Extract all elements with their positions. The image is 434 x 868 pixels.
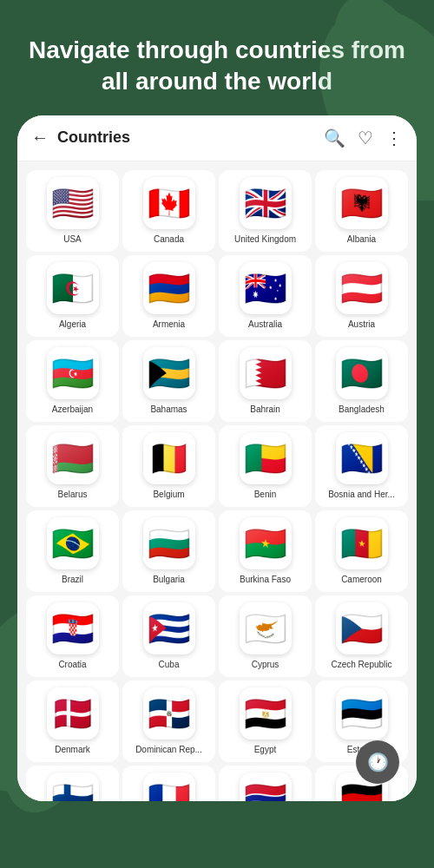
country-flag-icon: 🇦🇹 xyxy=(336,262,388,314)
country-name: Dominican Rep... xyxy=(135,745,202,755)
country-item[interactable]: 🇦🇱Albania xyxy=(315,170,408,252)
country-flag-icon: 🇧🇾 xyxy=(47,432,99,484)
country-name: Bangladesh xyxy=(339,404,385,415)
country-name: Armenia xyxy=(153,319,185,330)
country-name: Algeria xyxy=(59,319,86,330)
hero-title: Navigate through countries from all arou… xyxy=(26,35,408,98)
country-flag-icon: 🇧🇬 xyxy=(143,517,195,569)
country-flag-icon: 🇨🇲 xyxy=(336,517,388,569)
country-flag-icon: 🇨🇿 xyxy=(336,602,388,654)
country-item[interactable]: 🇧🇷Brazil xyxy=(26,510,119,592)
country-name: Bahrain xyxy=(250,404,279,415)
country-flag-icon: 🇨🇺 xyxy=(143,602,195,654)
hero-section: Navigate through countries from all arou… xyxy=(0,0,434,115)
header-title: Countries xyxy=(57,128,324,147)
country-name: Azerbaijan xyxy=(52,404,93,415)
country-name: Bahamas xyxy=(150,404,187,415)
country-item[interactable]: 🇨🇦Canada xyxy=(122,170,215,252)
country-flag-icon: 🇺🇸 xyxy=(47,177,99,229)
country-name: Cameroon xyxy=(341,575,382,585)
country-name: United Kingdom xyxy=(234,234,296,245)
country-name: Australia xyxy=(248,319,282,330)
country-item[interactable]: 🇨🇲Cameroon xyxy=(315,510,408,592)
country-flag-icon: 🇧🇸 xyxy=(143,347,195,399)
country-name: Egypt xyxy=(254,745,277,755)
country-item[interactable]: 🇭🇷Croatia xyxy=(26,595,119,677)
country-flag-icon: 🇧🇫 xyxy=(240,517,292,569)
country-name: Bulgaria xyxy=(153,575,185,585)
phone-card: ← Countries 🔍 ♡ ⋮ 🇺🇸USA🇨🇦Canada🇬🇧United … xyxy=(17,115,417,801)
country-flag-icon: 🇧🇩 xyxy=(336,347,388,399)
country-flag-icon: 🇧🇭 xyxy=(240,347,292,399)
search-icon[interactable]: 🔍 xyxy=(324,128,345,148)
country-name: Burkina Faso xyxy=(240,575,291,585)
country-name: Croatia xyxy=(58,660,86,670)
country-flag-icon: 🇩🇰 xyxy=(47,687,99,740)
country-flag-icon: 🇬🇧 xyxy=(240,177,292,229)
favorites-icon[interactable]: ♡ xyxy=(358,128,373,148)
country-name: Czech Republic xyxy=(331,660,391,670)
country-item[interactable]: 🇬🇧United Kingdom xyxy=(219,170,312,252)
country-flag-icon: 🇨🇦 xyxy=(143,177,195,229)
country-name: Canada xyxy=(154,234,184,245)
history-fab[interactable]: 🕐 xyxy=(356,740,399,784)
country-item[interactable]: 🇨🇾Cyprus xyxy=(219,595,312,677)
country-item[interactable]: 🇩🇴Dominican Rep... xyxy=(122,681,215,762)
header-actions: 🔍 ♡ ⋮ xyxy=(324,128,403,148)
country-flag-icon: 🇩🇿 xyxy=(47,262,99,314)
country-flag-icon: 🇪🇬 xyxy=(240,687,292,740)
country-item[interactable]: 🇦🇺Australia xyxy=(219,255,312,337)
country-item[interactable]: 🇨🇺Cuba xyxy=(122,595,215,677)
countries-grid: 🇺🇸USA🇨🇦Canada🇬🇧United Kingdom🇦🇱Albania🇩🇿… xyxy=(17,161,417,801)
country-item[interactable]: 🇧🇸Bahamas xyxy=(122,340,215,422)
country-name: Cyprus xyxy=(252,660,279,670)
country-name: Belarus xyxy=(58,490,88,500)
more-options-icon[interactable]: ⋮ xyxy=(385,128,403,148)
country-flag-icon: 🇪🇪 xyxy=(336,687,388,740)
country-name: Benin xyxy=(254,490,277,500)
country-item[interactable]: 🇧🇬Bulgaria xyxy=(122,510,215,592)
country-item[interactable]: 🇧🇩Bangladesh xyxy=(315,340,408,422)
country-item[interactable]: 🇧🇫Burkina Faso xyxy=(219,510,312,592)
country-item[interactable]: 🇬🇲Gambia xyxy=(219,766,312,801)
country-name: Belgium xyxy=(153,490,184,500)
country-item[interactable]: 🇦🇿Azerbaijan xyxy=(26,340,119,422)
country-flag-icon: 🇦🇿 xyxy=(47,347,99,399)
country-item[interactable]: 🇪🇬Egypt xyxy=(219,681,312,762)
country-flag-icon: 🇧🇪 xyxy=(143,432,195,484)
country-flag-icon: 🇫🇷 xyxy=(143,773,195,801)
country-item[interactable]: 🇧🇾Belarus xyxy=(26,425,119,507)
country-item[interactable]: 🇩🇿Algeria xyxy=(26,255,119,337)
country-flag-icon: 🇦🇱 xyxy=(336,177,388,229)
country-name: Bosnia and Her... xyxy=(328,490,395,500)
country-flag-icon: 🇫🇮 xyxy=(47,773,99,801)
country-item[interactable]: 🇦🇲Armenia xyxy=(122,255,215,337)
country-flag-icon: 🇩🇴 xyxy=(143,687,195,740)
country-flag-icon: 🇭🇷 xyxy=(47,602,99,654)
country-name: USA xyxy=(63,234,82,245)
country-item[interactable]: 🇺🇸USA xyxy=(26,170,119,252)
country-item[interactable]: 🇩🇰Denmark xyxy=(26,681,119,762)
country-item[interactable]: 🇧🇦Bosnia and Her... xyxy=(315,425,408,507)
country-flag-icon: 🇧🇷 xyxy=(47,517,99,569)
country-item[interactable]: 🇧🇭Bahrain xyxy=(219,340,312,422)
country-name: Denmark xyxy=(55,745,90,755)
country-name: Austria xyxy=(348,319,375,330)
country-flag-icon: 🇧🇦 xyxy=(336,432,388,484)
country-item[interactable]: 🇫🇷France xyxy=(122,766,215,801)
country-item[interactable]: 🇧🇯Benin xyxy=(219,425,312,507)
country-name: Brazil xyxy=(62,575,83,585)
back-button[interactable]: ← xyxy=(31,128,49,148)
country-flag-icon: 🇧🇯 xyxy=(240,432,292,484)
country-item[interactable]: 🇨🇿Czech Republic xyxy=(315,595,408,677)
country-item[interactable]: 🇧🇪Belgium xyxy=(122,425,215,507)
country-item[interactable]: 🇫🇮Finland xyxy=(26,766,119,801)
country-flag-icon: 🇬🇲 xyxy=(240,773,292,801)
app-header: ← Countries 🔍 ♡ ⋮ xyxy=(17,115,417,161)
country-item[interactable]: 🇦🇹Austria xyxy=(315,255,408,337)
country-flag-icon: 🇨🇾 xyxy=(240,602,292,654)
country-name: Albania xyxy=(347,234,376,245)
country-name: Cuba xyxy=(159,660,180,670)
country-flag-icon: 🇦🇲 xyxy=(143,262,195,314)
country-flag-icon: 🇦🇺 xyxy=(240,262,292,314)
